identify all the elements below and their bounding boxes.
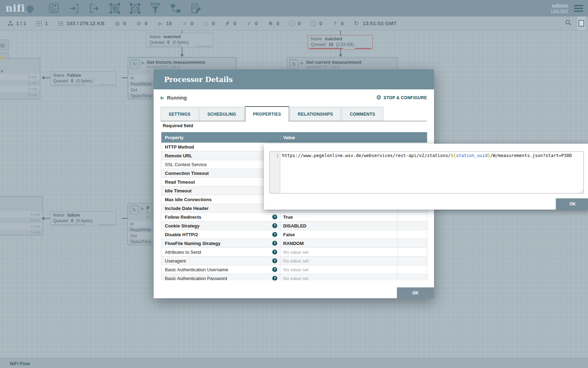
processor-offscreen-lower[interactable]: 5 min5 min5 min5 min (0, 196, 43, 236)
status-count: 0 (212, 20, 215, 26)
dialog-tabs: SETTINGSSCHEDULINGPROPERTIESRELATIONSHIP… (161, 106, 427, 121)
output-port-icon[interactable] (89, 3, 100, 14)
property-value[interactable]: No value set (280, 265, 398, 274)
property-value[interactable]: False (280, 230, 398, 239)
property-value[interactable]: No value set (280, 274, 398, 280)
help-icon[interactable]: ? (272, 214, 277, 219)
invokehttp-processor-icon: ↻ (289, 60, 299, 69)
help-icon[interactable]: ? (272, 258, 277, 263)
processor-type: P (146, 211, 149, 215)
connection-matched-alert[interactable]: Namematched Queued10(2.53 KB) (308, 35, 373, 50)
processor-stat-row: 5 min (0, 229, 43, 235)
processor-offscreen-upper[interactable]: r 5 min5 min5 min5 min (0, 58, 40, 99)
connection-arrow (180, 54, 184, 57)
tab-properties[interactable]: PROPERTIES (245, 106, 289, 121)
editor-ok-button[interactable]: OK (556, 198, 588, 210)
status-count: 193 / 279.12 KB (66, 20, 105, 26)
last-refresh-time: ↻13:51:03 GMT (353, 20, 397, 27)
remote-process-group-icon[interactable] (130, 3, 141, 14)
connection-failure-lower[interactable]: Namefailure Queued0(0 bytes) (50, 211, 116, 226)
line-number-gutter: 1 (270, 152, 280, 193)
global-menu-icon[interactable] (574, 5, 583, 12)
process-group-icon[interactable] (109, 3, 120, 14)
logout-link[interactable]: LOG OUT (551, 8, 568, 14)
help-icon[interactable]: ? (272, 250, 277, 254)
running-state-icon: ▶ (141, 60, 145, 74)
property-value[interactable]: RANDOM (280, 239, 398, 247)
flow-status-bar: 1 / 11193 / 279.12 KB◎0⊘0▶15■0⚠00✓0✱0↑0!… (0, 16, 588, 30)
status-invalid: ⚠0 (203, 20, 215, 27)
processor-stat-row: 5 min (0, 211, 43, 217)
status-count: 1 (45, 20, 48, 26)
tab-scheduling[interactable]: SCHEDULING (199, 107, 244, 121)
disabled-icon (224, 20, 231, 27)
property-value[interactable]: No value set (280, 248, 398, 256)
template-icon[interactable] (170, 3, 181, 14)
connection-line (340, 30, 341, 35)
status-count: 0 (123, 20, 126, 26)
property-name: SSL Context Service (165, 162, 280, 167)
stopped-icon: ■ (181, 20, 188, 27)
status-locally-modified: ✱0 (267, 20, 279, 27)
line-number: 1 (276, 153, 279, 158)
processor-stat-row: 5 min (0, 80, 40, 86)
connection-failure-upper[interactable]: NameFailure Queued0(0 bytes) (50, 71, 116, 86)
dialog-header: Processor Details (154, 69, 434, 89)
processor-icon[interactable] (48, 3, 59, 14)
processor-title: Get historic measurements (147, 60, 205, 65)
status-disabled: 0 (224, 20, 236, 27)
status-sync-failure: !0 (310, 20, 322, 27)
breadcrumb-nifi-flow[interactable]: NiFi Flow (10, 361, 30, 366)
processor-type: InvokeHTTP 1.16.3 (147, 65, 205, 69)
properties-table-header: Property Value (161, 132, 427, 143)
property-name: Follow Redirects (165, 214, 272, 220)
connection-line (182, 47, 182, 54)
label-icon[interactable] (190, 3, 202, 14)
help-icon[interactable]: ? (272, 241, 277, 246)
connection-matched-top[interactable]: Namematched Queued0(0 bytes) (146, 33, 213, 48)
status-count: 15 (166, 20, 172, 26)
processor-title: Get current measurement (306, 60, 361, 65)
tab-settings[interactable]: SETTINGS (161, 107, 198, 121)
running-icon: ▶ (157, 20, 163, 27)
property-value[interactable]: DISABLED (280, 222, 398, 230)
property-row: Disable HTTP/2?False (161, 230, 427, 239)
help-icon[interactable]: ? (272, 223, 277, 228)
processor-title-fragment: r (1, 68, 3, 74)
refresh-icon[interactable]: ↻ (353, 20, 360, 27)
search-icon[interactable] (565, 19, 572, 27)
remote-url-value[interactable]: https://www.pegelonline.wsv.de/webservic… (280, 152, 583, 193)
property-name: Read Timeout (165, 179, 280, 185)
status-count: 0 (276, 20, 279, 26)
property-name: Cookie Strategy (165, 223, 272, 229)
tab-comments[interactable]: COMMENTS (342, 107, 383, 121)
property-name: Useragent (165, 258, 272, 264)
invokehttp-processor-icon: ↻ (130, 205, 139, 214)
status-history-panel-button[interactable] (576, 16, 586, 30)
tab-relationships[interactable]: RELATIONSHIPS (290, 107, 341, 121)
status-count: 0 (233, 20, 236, 26)
help-icon[interactable]: ? (272, 232, 277, 237)
value-editor-textarea[interactable]: 1 https://www.pegelonline.wsv.de/webserv… (270, 151, 584, 193)
help-icon[interactable]: ? (272, 267, 277, 272)
status-count: 0 (319, 20, 322, 26)
connection-line (45, 218, 50, 219)
stale-icon: ↑ (289, 20, 295, 27)
stop-and-configure-button[interactable]: ⚙ STOP & CONFIGURE (376, 94, 427, 101)
breadcrumb-bar: NiFi Flow (0, 358, 588, 368)
dialog-ok-button[interactable]: OK (397, 287, 434, 298)
property-value[interactable]: No value set (280, 257, 398, 265)
input-port-icon[interactable] (69, 3, 80, 14)
property-name: HTTP Method (165, 144, 280, 150)
nifi-drop-icon (25, 4, 35, 14)
help-icon[interactable]: ? (272, 276, 277, 280)
property-value[interactable]: True (280, 213, 398, 221)
compass-icon: ◎ (0, 42, 5, 48)
funnel-icon[interactable] (150, 3, 161, 14)
connection-arrow (339, 54, 342, 57)
required-field-note: Required field (163, 123, 193, 128)
up-to-date-icon: ✓ (246, 20, 252, 27)
status-stopped: ■0 (181, 20, 193, 27)
property-row: Basic Authentication Password?No value s… (161, 274, 427, 280)
navigate-palette-button[interactable]: ◎ (0, 40, 9, 50)
